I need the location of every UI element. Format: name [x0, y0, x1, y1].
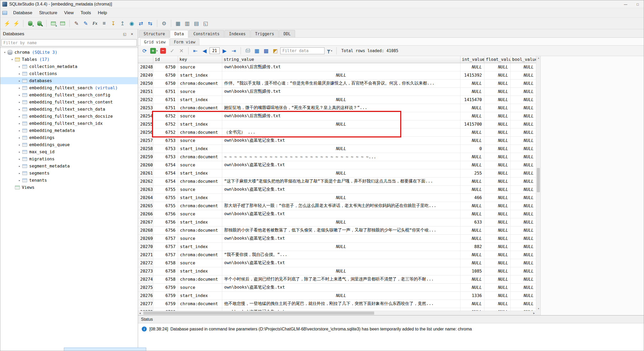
expander-icon[interactable]: ▸ — [17, 79, 22, 83]
cell-int-value[interactable]: NULL — [460, 185, 484, 194]
cell-string-value[interactable]: own\books\盗墓笔记全集.txt — [222, 210, 460, 218]
cell-id[interactable]: 6753 — [153, 153, 178, 161]
cell-key[interactable]: start_index — [178, 218, 222, 226]
cell-id[interactable]: 6758 — [153, 267, 178, 275]
cell-bool-value[interactable]: NULL — [510, 177, 536, 185]
cell-string-value[interactable]: NULL — [222, 169, 460, 177]
cell-id[interactable]: 6759 — [153, 300, 178, 308]
cell-key[interactable]: chroma:document — [178, 79, 222, 87]
menu-view[interactable]: View — [61, 8, 77, 17]
cell-id[interactable]: 6759 — [153, 291, 178, 300]
cell-id[interactable]: 6751 — [153, 87, 178, 96]
vertical-scrollbar-thumb[interactable] — [537, 168, 540, 192]
tree-item-segments[interactable]: ▸segments — [0, 170, 138, 177]
cell-float-value[interactable]: NULL — [484, 145, 510, 153]
cell-key[interactable]: source — [178, 185, 222, 194]
cell-key[interactable]: chroma:document — [178, 226, 222, 234]
row-header[interactable]: 20274 — [138, 275, 153, 283]
cell-bool-value[interactable]: NULL — [510, 243, 536, 251]
cell-key[interactable]: start_index — [178, 267, 222, 275]
cell-int-value[interactable]: 1336 — [460, 291, 484, 300]
tree-item-migrations[interactable]: ▸migrations — [0, 155, 138, 162]
cell-int-value[interactable]: 1415392 — [460, 71, 484, 79]
cell-bool-value[interactable]: NULL — [510, 300, 536, 308]
filter-mode-button[interactable]: ▾ — [325, 47, 334, 55]
cell-string-value[interactable]: own\books\盗墓笔记全集.txt — [222, 185, 460, 194]
tree-item-embedding-fulltext-search-docsize[interactable]: ▸embedding_fulltext_search_docsize — [0, 113, 138, 120]
cell-bool-value[interactable]: NULL — [510, 259, 536, 267]
cell-id[interactable]: 6754 — [153, 161, 178, 169]
column-header-int-value[interactable]: int_value — [460, 56, 484, 63]
row-header[interactable]: 20265 — [138, 202, 153, 210]
cell-int-value[interactable]: 0 — [460, 145, 484, 153]
row-header[interactable]: 20258 — [138, 145, 153, 153]
expander-icon[interactable]: ▾ — [9, 58, 15, 61]
cell-key[interactable]: source — [178, 308, 222, 311]
cell-id[interactable]: 6753 — [153, 136, 178, 145]
cell-float-value[interactable]: NULL — [484, 136, 510, 145]
cell-string-value[interactable]: 作伴。”我以手支颐，漫不经心道：“你是先帝生前最厌弃嫌恨之人，百官绝不会有异议。… — [222, 79, 460, 87]
tree-item-tables[interactable]: ▾Tables(17) — [0, 56, 138, 63]
cell-int-value[interactable]: NULL — [460, 104, 484, 112]
cell-float-value[interactable]: NULL — [484, 275, 510, 283]
tree-item-embedding-fulltext-search-content[interactable]: ▸embedding_fulltext_search_content — [0, 98, 138, 106]
expander-icon[interactable]: ▸ — [17, 100, 22, 104]
edit-table-button[interactable] — [58, 19, 67, 28]
edit-sql-button[interactable]: ✎ — [82, 19, 90, 28]
prev-page-button[interactable]: ◀ — [200, 47, 209, 55]
row-header[interactable]: 20250 — [138, 79, 153, 87]
cell-bool-value[interactable]: NULL — [510, 308, 536, 311]
scroll-left-icon[interactable]: ◀ — [139, 312, 141, 314]
row-header[interactable]: 20254 — [138, 112, 153, 120]
tab-triggers[interactable]: Triggers — [251, 30, 278, 37]
cell-float-value[interactable]: NULL — [484, 291, 510, 300]
commit-button[interactable]: ✓ — [168, 47, 176, 55]
row-header[interactable]: 20275 — [138, 283, 153, 291]
cell-bool-value[interactable]: NULL — [510, 136, 536, 145]
cell-float-value[interactable]: NULL — [484, 251, 510, 259]
cell-key[interactable]: source — [178, 161, 222, 169]
column-header-id[interactable]: id — [153, 56, 178, 63]
cell-id[interactable]: 6760 — [153, 308, 178, 311]
cell-int-value[interactable]: 1415700 — [460, 120, 484, 128]
convert-database-button[interactable]: ◉ — [128, 19, 136, 28]
cell-id[interactable]: 6758 — [153, 259, 178, 267]
cell-float-value[interactable]: NULL — [484, 161, 510, 169]
row-header[interactable]: 20262 — [138, 177, 153, 185]
column-header-key[interactable]: key — [178, 56, 222, 63]
menu-structure[interactable]: Structure — [36, 8, 61, 17]
tab-indexes[interactable]: Indexes — [225, 30, 250, 37]
expander-icon[interactable]: ▸ — [17, 164, 22, 168]
cell-key[interactable]: source — [178, 283, 222, 291]
cell-float-value[interactable]: NULL — [484, 300, 510, 308]
cell-id[interactable]: 6750 — [153, 63, 178, 71]
expander-icon[interactable]: ▸ — [17, 93, 22, 97]
cell-id[interactable]: 6754 — [153, 169, 178, 177]
import-button[interactable]: ↧ — [109, 19, 118, 28]
cell-bool-value[interactable]: NULL — [510, 161, 536, 169]
print-button[interactable] — [244, 47, 252, 55]
cell-key[interactable]: start_index — [178, 145, 222, 153]
cell-string-value[interactable]: （全书完） ... — [222, 128, 460, 136]
tree-item-databases[interactable]: ▸databases — [0, 77, 138, 84]
expander-icon[interactable]: ▸ — [17, 86, 22, 90]
cell-int-value[interactable]: NULL — [460, 177, 484, 185]
horizontal-scrollbar[interactable]: ◀ ▶ — [138, 311, 536, 315]
cell-id[interactable]: 6755 — [153, 202, 178, 210]
cell-id[interactable]: 6757 — [153, 251, 178, 259]
cell-int-value[interactable]: 466 — [460, 194, 484, 202]
cell-string-value[interactable]: own\books\盗墓笔记全集.txt — [222, 161, 460, 169]
cell-int-value[interactable]: NULL — [460, 87, 484, 96]
tree-item-embedding-fulltext-search[interactable]: ▸embedding_fulltext_search(virtual) — [0, 84, 138, 91]
connect-database-button[interactable]: ⚡ — [3, 19, 11, 28]
cell-int-value[interactable]: NULL — [460, 128, 484, 136]
cell-id[interactable]: 6754 — [153, 177, 178, 185]
cell-int-value[interactable]: NULL — [460, 275, 484, 283]
cell-string-value[interactable]: own\books\后宫甄嬛传.txt — [222, 63, 460, 71]
cell-bool-value[interactable]: NULL — [510, 79, 536, 87]
tree-item-max-seq-id[interactable]: ▸max_seq_id — [0, 148, 138, 155]
row-header[interactable]: 20269 — [138, 234, 153, 243]
cell-id[interactable]: 6755 — [153, 194, 178, 202]
tree-item-embeddings[interactable]: ▸embeddings — [0, 134, 138, 141]
export-button[interactable]: ↥ — [118, 19, 127, 28]
